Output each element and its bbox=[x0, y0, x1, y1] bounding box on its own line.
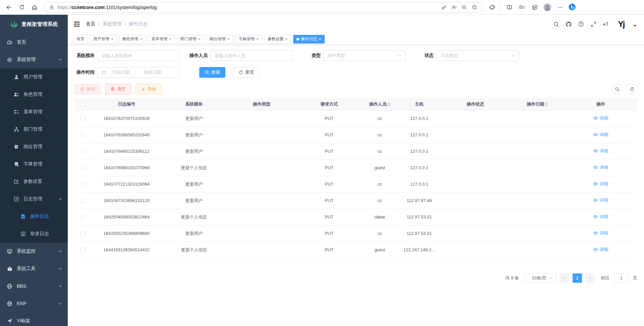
sidebar-item-post-mgmt[interactable]: 岗位管理 bbox=[0, 138, 68, 155]
tab-param-settings[interactable]: 参数设置× bbox=[264, 35, 291, 44]
page-number-current[interactable]: 1 bbox=[573, 273, 582, 283]
row-checkbox[interactable] bbox=[80, 231, 85, 236]
tab-close-icon[interactable]: × bbox=[111, 37, 114, 41]
profile-icon[interactable] bbox=[542, 2, 553, 12]
extensions-icon[interactable] bbox=[486, 2, 498, 12]
col-operator[interactable]: 操作人员 bbox=[362, 98, 398, 110]
tab-close-icon[interactable]: × bbox=[227, 37, 230, 41]
tab-close-icon[interactable]: × bbox=[140, 37, 143, 41]
search-button[interactable]: 搜索 bbox=[199, 67, 225, 78]
row-checkbox[interactable] bbox=[80, 248, 85, 252]
reset-button[interactable]: 重置 bbox=[233, 67, 259, 78]
font-size-icon[interactable] bbox=[602, 21, 609, 27]
status-select[interactable]: 日志状态 bbox=[436, 50, 519, 61]
sort-icon[interactable] bbox=[388, 102, 390, 106]
detail-link[interactable]: 详细 bbox=[593, 132, 608, 138]
tab-close-icon[interactable]: × bbox=[198, 37, 201, 41]
tab-close-icon[interactable]: × bbox=[319, 37, 321, 41]
more-icon[interactable] bbox=[554, 2, 566, 12]
sidebar-item-system-monitor[interactable]: 系统监控 bbox=[0, 243, 68, 260]
read-aloud-icon[interactable] bbox=[449, 3, 459, 12]
row-checkbox[interactable] bbox=[80, 116, 85, 121]
tab-role-mgmt[interactable]: 角色管理× bbox=[119, 35, 146, 44]
sort-icon[interactable] bbox=[545, 102, 548, 106]
tab-menu-mgmt[interactable]: 菜单管理× bbox=[148, 35, 175, 44]
sidebar-item-system-mgmt[interactable]: 系统管理 bbox=[0, 51, 68, 68]
caret-down-icon[interactable] bbox=[633, 25, 637, 27]
clear-button[interactable]: 清空 bbox=[105, 84, 131, 94]
avatar[interactable]: Yj bbox=[615, 18, 628, 30]
sidebar-item-yi-framework[interactable]: Yi框架 bbox=[0, 312, 68, 326]
tab-close-icon[interactable]: × bbox=[256, 37, 259, 41]
detail-link[interactable]: 详细 bbox=[593, 165, 608, 171]
sidebar-item-dict-mgmt[interactable]: 字典管理 bbox=[0, 155, 68, 173]
bing-icon[interactable] bbox=[567, 2, 577, 12]
sidebar-item-bbs[interactable]: BBS bbox=[0, 277, 68, 295]
app-logo[interactable]: 意框架管理系统 bbox=[0, 15, 68, 34]
refresh-table-button[interactable] bbox=[627, 84, 637, 94]
delete-button[interactable]: 删除 bbox=[74, 84, 101, 94]
sidebar-item-system-tools[interactable]: 系统工具 bbox=[0, 260, 68, 277]
sidebar-item-user-mgmt[interactable]: 用户管理 bbox=[0, 68, 68, 86]
col-date[interactable]: 操作日期 bbox=[511, 98, 564, 110]
sidebar-item-login-log[interactable]: 登录日志 bbox=[0, 225, 68, 243]
back-icon[interactable] bbox=[3, 2, 15, 12]
detail-link[interactable]: 详细 bbox=[593, 115, 608, 121]
refresh-icon[interactable] bbox=[16, 2, 28, 12]
favorites-icon[interactable] bbox=[516, 2, 528, 12]
favorite-add-icon[interactable] bbox=[469, 3, 479, 12]
prev-page-button[interactable] bbox=[560, 273, 569, 283]
sidebar-item-menu-mgmt[interactable]: 菜单管理 bbox=[0, 103, 68, 121]
tab-user-mgmt[interactable]: 用户管理× bbox=[90, 35, 117, 44]
sidebar-item-log-mgmt[interactable]: 日志管理 bbox=[0, 190, 68, 208]
zoom-out-icon[interactable] bbox=[459, 3, 469, 12]
tab-close-icon[interactable]: × bbox=[169, 37, 172, 41]
detail-link[interactable]: 详细 bbox=[593, 247, 608, 253]
help-icon[interactable] bbox=[578, 21, 584, 27]
address-bar[interactable]: https://ccnetcore.com:1101/system/log/op… bbox=[44, 2, 483, 13]
breadcrumb-section[interactable]: 系统管理 bbox=[103, 21, 121, 27]
breadcrumb-home[interactable]: 首页 bbox=[86, 21, 95, 27]
tab-dept-mgmt[interactable]: 部门管理× bbox=[177, 35, 204, 44]
collections-icon[interactable] bbox=[529, 2, 540, 12]
search-icon[interactable] bbox=[553, 21, 559, 27]
export-button[interactable]: 导出 bbox=[136, 84, 162, 94]
sidebar-item-home[interactable]: 首页 bbox=[0, 34, 68, 51]
sidebar-item-dept-mgmt[interactable]: 部门管理 bbox=[0, 121, 68, 138]
collapse-sidebar-icon[interactable] bbox=[73, 20, 80, 28]
tab-dict-mgmt[interactable]: 字典管理× bbox=[235, 35, 262, 44]
type-select[interactable]: 操作类型 bbox=[323, 50, 406, 61]
row-checkbox[interactable] bbox=[80, 133, 85, 137]
select-all-checkbox[interactable] bbox=[80, 102, 85, 107]
split-screen-icon[interactable] bbox=[503, 2, 515, 12]
home-icon[interactable] bbox=[29, 2, 40, 12]
row-checkbox[interactable] bbox=[80, 149, 85, 154]
goto-page-input[interactable] bbox=[614, 273, 628, 283]
module-input[interactable] bbox=[97, 50, 179, 61]
show-search-toggle-button[interactable] bbox=[612, 84, 623, 94]
github-icon[interactable] bbox=[565, 21, 572, 27]
fullscreen-icon[interactable] bbox=[590, 21, 597, 27]
operator-input[interactable] bbox=[210, 50, 292, 61]
sidebar-item-erp[interactable]: ERP bbox=[0, 295, 68, 312]
row-checkbox[interactable] bbox=[80, 215, 85, 219]
next-page-button[interactable] bbox=[585, 273, 595, 283]
tab-post-mgmt[interactable]: 岗位管理× bbox=[206, 35, 233, 44]
row-checkbox[interactable] bbox=[80, 198, 85, 203]
tab-home[interactable]: 首页 bbox=[73, 35, 88, 44]
tab-oper-log[interactable]: 操作日志× bbox=[293, 35, 325, 44]
sidebar-item-oper-log[interactable]: 操作日志 bbox=[0, 208, 68, 225]
detail-link[interactable]: 详细 bbox=[593, 197, 608, 203]
detail-link[interactable]: 详细 bbox=[593, 230, 608, 236]
page-size-select[interactable]: 10条/页 bbox=[524, 273, 556, 283]
url-text[interactable]: https://ccnetcore.com:1101/system/log/op… bbox=[57, 5, 439, 10]
tab-close-icon[interactable]: × bbox=[285, 37, 288, 41]
sidebar-item-param-settings[interactable]: 参数设置 bbox=[0, 173, 68, 190]
row-checkbox[interactable] bbox=[80, 166, 85, 170]
date-range-picker[interactable]: 开始日期 - 结束日期 bbox=[97, 67, 179, 78]
detail-link[interactable]: 详细 bbox=[593, 148, 608, 154]
detail-link[interactable]: 详细 bbox=[593, 214, 608, 220]
detail-link[interactable]: 详细 bbox=[593, 181, 608, 187]
key-icon[interactable] bbox=[439, 3, 449, 12]
row-checkbox[interactable] bbox=[80, 182, 85, 187]
